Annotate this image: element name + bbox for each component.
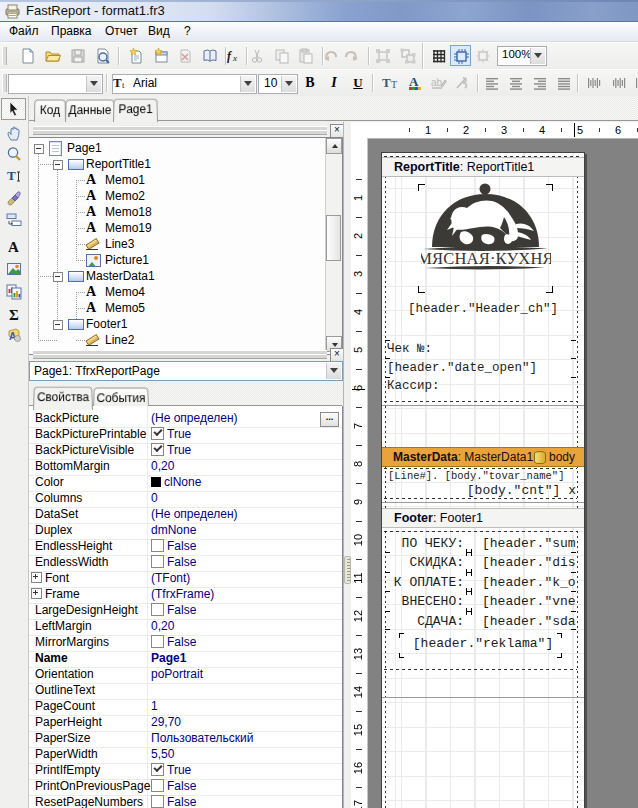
svg-text:A: A [409,75,419,89]
svg-text:x: x [232,53,237,63]
svg-text:T: T [7,168,16,183]
svg-text:t: t [122,80,125,90]
svg-text:T: T [391,79,397,90]
svg-text:f: f [227,49,232,63]
svg-text:T: T [382,75,391,90]
svg-text:Σ: Σ [9,307,19,323]
svg-text:A: A [8,239,19,255]
svg-text:МЯСНАЯ·КУХНЯ: МЯСНАЯ·КУХНЯ [421,249,551,268]
svg-text:T: T [113,75,122,90]
